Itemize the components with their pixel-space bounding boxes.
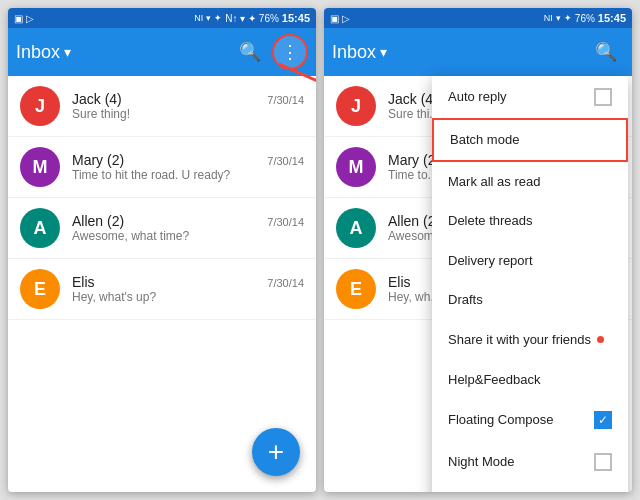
status-right-info-right: NI ▾ ✦ 76% 15:45 bbox=[544, 12, 626, 24]
contact-name-jack: Jack (4) bbox=[72, 91, 122, 107]
contact-date-mary: 7/30/14 bbox=[267, 155, 304, 167]
contact-name-mary: Mary (2) bbox=[72, 152, 124, 168]
contact-name-allen: Allen (2) bbox=[72, 213, 124, 229]
inbox-title-right: Inbox ▾ bbox=[332, 42, 584, 63]
avatar-allen: A bbox=[20, 208, 60, 248]
contact-name-jack-right: Jack (4 bbox=[388, 91, 433, 107]
menu-item-batch-mode[interactable]: Batch mode bbox=[432, 118, 628, 162]
app-bar-right: Inbox ▾ 🔍 bbox=[324, 28, 632, 76]
menu-item-about[interactable]: About bbox=[432, 483, 628, 492]
contact-preview-elis: Hey, what's up? bbox=[72, 290, 304, 304]
status-left-icons: ▣ ▷ bbox=[14, 13, 34, 24]
list-item[interactable]: A Allen (2) 7/30/14 Awesome, what time? bbox=[8, 198, 316, 259]
more-options-button-left[interactable]: ⋮ bbox=[272, 34, 308, 70]
menu-item-auto-reply[interactable]: Auto reply bbox=[432, 76, 628, 118]
left-panel: ▣ ▷ NI ▾ ✦ N↑ ▾ ✦ 76% 15:45 Inbox ▾ 🔍 ⋮ … bbox=[8, 8, 316, 492]
play-icon: ▷ bbox=[26, 13, 34, 24]
avatar-jack-right: J bbox=[336, 86, 376, 126]
wifi-icon: ▾ bbox=[206, 13, 211, 23]
status-right-info: NI ▾ ✦ N↑ ▾ ✦ 76% 15:45 bbox=[194, 12, 310, 24]
inbox-dropdown-arrow-left[interactable]: ▾ bbox=[64, 44, 71, 60]
menu-item-night-mode[interactable]: Night Mode bbox=[432, 441, 628, 483]
list-item[interactable]: J Jack (4) 7/30/14 Sure thing! bbox=[8, 76, 316, 137]
app-bar-actions-left: 🔍 ⋮ bbox=[232, 34, 308, 70]
app-bar-actions-right: 🔍 bbox=[588, 34, 624, 70]
battery-label: N↑ ▾ ✦ 76% bbox=[225, 13, 279, 24]
contact-date-elis: 7/30/14 bbox=[267, 277, 304, 289]
time-display-left: 15:45 bbox=[282, 12, 310, 24]
network-icon-right: NI bbox=[544, 13, 553, 23]
avatar-elis: E bbox=[20, 269, 60, 309]
share-new-dot bbox=[597, 336, 604, 343]
status-bar-right: ▣ ▷ NI ▾ ✦ 76% 15:45 bbox=[324, 8, 632, 28]
menu-label-delivery-report: Delivery report bbox=[448, 253, 533, 269]
notification-icon-right: ▣ bbox=[330, 13, 339, 24]
contact-date-jack: 7/30/14 bbox=[267, 94, 304, 106]
menu-label-drafts: Drafts bbox=[448, 292, 483, 308]
contact-name-elis: Elis bbox=[72, 274, 95, 290]
contact-info-mary: Mary (2) 7/30/14 Time to hit the road. U… bbox=[72, 152, 304, 182]
auto-reply-checkbox[interactable] bbox=[594, 88, 612, 106]
menu-label-delete-threads: Delete threads bbox=[448, 213, 533, 229]
menu-item-share[interactable]: Share it with your friends bbox=[432, 320, 628, 360]
contact-info-allen: Allen (2) 7/30/14 Awesome, what time? bbox=[72, 213, 304, 243]
menu-label-share: Share it with your friends bbox=[448, 332, 591, 348]
right-panel: ▣ ▷ NI ▾ ✦ 76% 15:45 Inbox ▾ 🔍 J Jack (4 bbox=[324, 8, 632, 492]
contact-preview-mary: Time to hit the road. U ready? bbox=[72, 168, 304, 182]
floating-compose-checkbox[interactable]: ✓ bbox=[594, 411, 612, 429]
menu-label-help: Help&Feedback bbox=[448, 372, 541, 388]
menu-item-drafts[interactable]: Drafts bbox=[432, 280, 628, 320]
menu-label-night-mode: Night Mode bbox=[448, 454, 514, 470]
inbox-label-left: Inbox bbox=[16, 42, 60, 63]
menu-label-batch-mode: Batch mode bbox=[450, 132, 519, 148]
avatar-jack: J bbox=[20, 86, 60, 126]
wifi-icon-right: ▾ bbox=[556, 13, 561, 23]
menu-label-mark-all-read: Mark all as read bbox=[448, 174, 540, 190]
fab-left[interactable]: + bbox=[252, 428, 300, 476]
menu-item-help[interactable]: Help&Feedback bbox=[432, 360, 628, 400]
contact-info-elis: Elis 7/30/14 Hey, what's up? bbox=[72, 274, 304, 304]
menu-item-floating-compose[interactable]: Floating Compose ✓ bbox=[432, 399, 628, 441]
menu-label-floating-compose: Floating Compose bbox=[448, 412, 554, 428]
menu-item-mark-all-read[interactable]: Mark all as read bbox=[432, 162, 628, 202]
menu-label-auto-reply: Auto reply bbox=[448, 89, 507, 105]
status-bar-left: ▣ ▷ NI ▾ ✦ N↑ ▾ ✦ 76% 15:45 bbox=[8, 8, 316, 28]
inbox-title-left: Inbox ▾ bbox=[16, 42, 228, 63]
time-display-right: 15:45 bbox=[598, 12, 626, 24]
signal-icon-right: ✦ bbox=[564, 13, 572, 23]
app-bar-left: Inbox ▾ 🔍 ⋮ bbox=[8, 28, 316, 76]
avatar-allen-right: A bbox=[336, 208, 376, 248]
search-button-right[interactable]: 🔍 bbox=[588, 34, 624, 70]
search-button-left[interactable]: 🔍 bbox=[232, 34, 268, 70]
share-label-wrap: Share it with your friends bbox=[448, 332, 604, 348]
dropdown-menu: Auto reply Batch mode Mark all as read D… bbox=[432, 76, 628, 492]
inbox-label-right: Inbox bbox=[332, 42, 376, 63]
list-item[interactable]: E Elis 7/30/14 Hey, what's up? bbox=[8, 259, 316, 320]
signal-icon: ✦ bbox=[214, 13, 222, 23]
avatar-mary-right: M bbox=[336, 147, 376, 187]
menu-item-delivery-report[interactable]: Delivery report bbox=[432, 241, 628, 281]
notification-icon: ▣ bbox=[14, 13, 23, 24]
list-item[interactable]: M Mary (2) 7/30/14 Time to hit the road.… bbox=[8, 137, 316, 198]
play-icon-right: ▷ bbox=[342, 13, 350, 24]
inbox-dropdown-arrow-right[interactable]: ▾ bbox=[380, 44, 387, 60]
contact-name-elis-right: Elis bbox=[388, 274, 411, 290]
network-icon: NI bbox=[194, 13, 203, 23]
battery-label-right: 76% bbox=[575, 13, 595, 24]
contact-preview-jack: Sure thing! bbox=[72, 107, 304, 121]
contact-preview-allen: Awesome, what time? bbox=[72, 229, 304, 243]
contact-date-allen: 7/30/14 bbox=[267, 216, 304, 228]
contact-info-jack: Jack (4) 7/30/14 Sure thing! bbox=[72, 91, 304, 121]
status-left-icons-right: ▣ ▷ bbox=[330, 13, 350, 24]
avatar-mary: M bbox=[20, 147, 60, 187]
avatar-elis-right: E bbox=[336, 269, 376, 309]
night-mode-checkbox[interactable] bbox=[594, 453, 612, 471]
menu-item-delete-threads[interactable]: Delete threads bbox=[432, 201, 628, 241]
